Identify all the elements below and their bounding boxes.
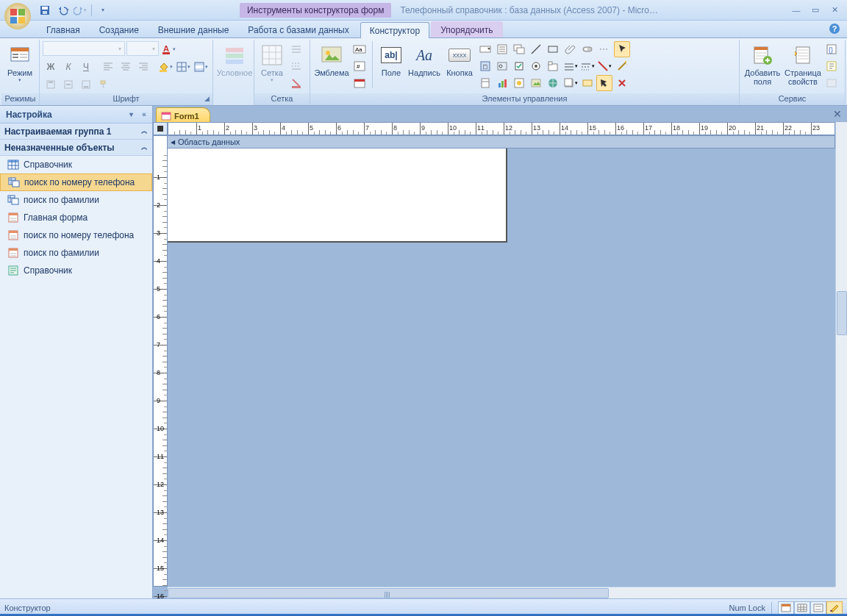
rectangle-control-icon[interactable] [545,41,561,57]
hyperlink-control-icon[interactable] [545,75,561,91]
qat-undo-button[interactable]: ▾ [54,2,71,18]
vertical-ruler[interactable]: 12345678910111213141516 [153,135,168,587]
chart-control-icon[interactable] [494,75,510,91]
alternate-row-button[interactable]: ▾ [193,59,209,75]
underline-button[interactable]: Ч [78,59,94,75]
qat-customize-button[interactable]: ▾ [95,2,111,18]
document-close-button[interactable]: ✕ [831,107,844,121]
tab-arrange[interactable]: Упорядочить [431,21,502,37]
insert-page-icon[interactable] [477,75,493,91]
bound-object-frame-icon[interactable]: □ [477,58,493,74]
toggle-button-icon[interactable] [579,41,596,57]
hscroll-thumb[interactable] [168,588,609,598]
option-button-icon[interactable] [528,58,544,74]
design-view-button[interactable] [826,601,843,615]
textbox-control-button[interactable]: ab| Поле [377,41,405,91]
option-group-icon[interactable] [494,58,510,74]
help-button[interactable]: ? [828,22,841,35]
italic-button[interactable]: К [60,59,76,75]
layout-view-button[interactable] [810,601,826,615]
detail-section-header[interactable]: ◀Область данных [168,135,835,148]
set-control-defaults-icon[interactable] [579,75,596,91]
logo-button[interactable]: Эмблема [313,41,350,91]
font-family-combo[interactable]: ▾ [43,41,125,56]
select-object-icon[interactable] [614,41,630,57]
view-button[interactable]: Режим ▾ [4,41,35,91]
office-button[interactable] [3,1,32,31]
select-all-icon[interactable] [596,75,612,91]
nav-item[interactable]: поиск по номеру телефона [0,226,152,244]
nav-item[interactable]: Главная форма [0,209,152,226]
font-dialog-launcher[interactable]: ◢ [202,95,211,104]
nav-item[interactable]: поиск по номеру телефона [0,173,152,191]
align-middle-v-button[interactable] [60,76,76,93]
line-color-icon[interactable]: ▾ [596,58,612,74]
date-time-button[interactable] [351,75,368,91]
nav-group-custom[interactable]: Настраиваемая группа 1︽ [0,123,152,140]
font-color-button[interactable]: A▾ [160,41,176,57]
special-effect-icon[interactable]: ▾ [562,75,579,91]
nav-item[interactable]: поиск по фамилии [0,191,152,209]
grid-style-button[interactable] [288,58,304,74]
vscroll-thumb[interactable] [837,291,847,335]
restore-button[interactable]: ▭ [806,4,825,17]
tab-external-data[interactable]: Внешние данные [149,21,239,37]
unbound-object-icon[interactable] [511,75,527,91]
datasheet-view-button[interactable] [794,601,810,615]
bold-button[interactable]: Ж [43,59,59,75]
page-break-icon[interactable] [596,41,612,57]
format-painter-button[interactable] [96,76,112,93]
design-surface[interactable]: ◀Область данных [168,135,835,587]
listbox-control-icon[interactable] [494,41,510,57]
subform-control-icon[interactable] [511,41,527,57]
tab-design[interactable]: Конструктор [360,22,429,38]
form-background[interactable] [168,148,507,243]
line-type-icon[interactable]: ▾ [579,58,596,74]
nav-item[interactable]: Справочник [0,262,152,279]
image-control-icon[interactable] [528,75,544,91]
checkbox-control-icon[interactable] [511,58,527,74]
tab-home[interactable]: Главная [37,21,90,37]
convert-macros-button[interactable] [823,75,840,91]
qat-save-button[interactable] [37,2,53,18]
title-control-button[interactable]: Aa [351,41,368,57]
horizontal-ruler[interactable]: 1234567891011121314151617181920212223 [168,122,835,135]
grid-color-button[interactable] [288,75,304,91]
property-sheet-button[interactable]: Страница свойств [784,41,822,91]
grid-width-button[interactable] [288,41,304,57]
align-bottom-button[interactable] [78,76,94,93]
form-view-button[interactable] [778,601,794,615]
font-size-combo[interactable]: ▾ [126,41,159,56]
nav-pane-header[interactable]: Настройка ▾« [0,106,152,123]
run-macro-button[interactable] [823,58,840,74]
page-numbers-button[interactable]: # [351,58,368,74]
tab-database-tools[interactable]: Работа с базами данных [238,21,358,37]
tab-control-icon[interactable] [545,58,561,74]
close-button[interactable]: ✕ [825,4,844,17]
add-existing-fields-button[interactable]: Добавить поля [743,41,782,91]
horizontal-scrollbar[interactable] [168,587,835,598]
nav-item[interactable]: поиск по фамилии [0,244,152,262]
control-wizards-icon[interactable] [614,58,630,74]
ruler-corner-select-all[interactable] [153,122,168,135]
minimize-button[interactable]: — [787,4,806,17]
line-thickness-icon[interactable]: ▾ [562,58,579,74]
align-left-button[interactable] [100,59,116,75]
activex-controls-icon[interactable] [614,75,630,91]
button-control-button[interactable]: XXXX Кнопка [443,41,476,91]
align-center-button[interactable] [118,59,134,75]
vertical-scrollbar[interactable] [835,122,847,587]
combobox-control-icon[interactable] [477,41,493,57]
document-tab[interactable]: Form1 [156,107,210,122]
gridlines-button[interactable]: ▾ [175,59,191,75]
attachment-control-icon[interactable] [562,41,579,57]
tab-create[interactable]: Создание [90,21,149,37]
label-control-button[interactable]: Aa Надпись [407,41,442,91]
code-button[interactable]: {} [823,41,840,57]
qat-redo-button[interactable]: ▾ [72,2,88,18]
align-top-button[interactable] [43,76,59,93]
gridlines-big-button[interactable]: Сетка▾ [257,41,287,91]
nav-item[interactable]: Справочник [0,156,152,173]
line-control-icon[interactable] [528,41,544,57]
align-right-button[interactable] [135,59,151,75]
